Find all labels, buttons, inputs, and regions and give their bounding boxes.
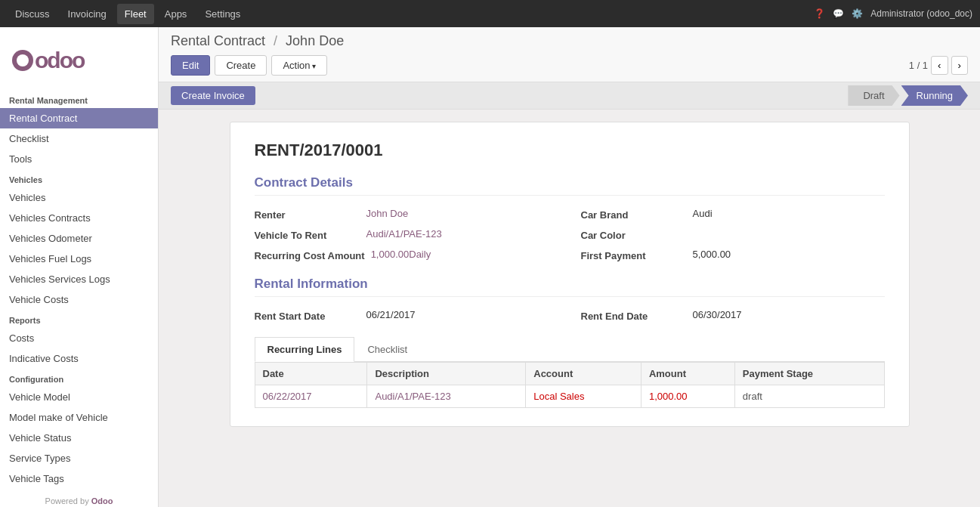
sidebar-item-vehicles-fuel[interactable]: Vehicles Fuel Logs bbox=[0, 249, 158, 269]
sidebar-item-vehicles-contracts[interactable]: Vehicles Contracts bbox=[0, 208, 158, 228]
sidebar-item-checklist[interactable]: Checklist bbox=[0, 128, 158, 149]
field-recurring-cost: Recurring Cost Amount 1,000.00Daily bbox=[255, 249, 558, 261]
row-payment-stage: draft bbox=[734, 385, 884, 408]
main-content: RENT/2017/0001 Contract Details Renter J… bbox=[159, 110, 980, 507]
sidebar-config-title: Configuration bbox=[0, 369, 158, 387]
create-button[interactable]: Create bbox=[215, 55, 267, 76]
field-rent-start-label: Rent Start Date bbox=[255, 309, 360, 322]
breadcrumb-parent[interactable]: Rental Contract bbox=[171, 33, 265, 48]
field-car-color: Car Color bbox=[581, 228, 885, 241]
sidebar-logo: odoo bbox=[0, 27, 158, 90]
contract-fields: Renter John Doe Vehicle To Rent Audi/A1/… bbox=[255, 208, 885, 261]
field-first-payment: First Payment 5,000.00 bbox=[581, 249, 885, 261]
col-date: Date bbox=[255, 363, 367, 385]
sidebar-section-vehicles: Vehicles Vehicles Vehicles Contracts Veh… bbox=[0, 169, 158, 310]
col-payment-stage: Payment Stage bbox=[734, 363, 884, 385]
main-layout: odoo Rental Management Rental Contract C… bbox=[0, 27, 980, 507]
tabs-container: Recurring Lines Checklist Date Descripti… bbox=[255, 337, 885, 408]
field-recurring-value: 1,000.00Daily bbox=[371, 249, 431, 260]
create-invoice-button[interactable]: Create Invoice bbox=[171, 86, 255, 105]
sidebar-item-vehicle-tags[interactable]: Vehicle Tags bbox=[0, 468, 158, 489]
sidebar-item-service-types[interactable]: Service Types bbox=[0, 448, 158, 468]
odoo-logo: odoo bbox=[12, 38, 95, 82]
topbar-invoicing[interactable]: Invoicing bbox=[60, 4, 114, 24]
field-rent-start: Rent Start Date 06/21/2017 bbox=[255, 309, 558, 322]
rental-fields-right: Rent End Date 06/30/2017 bbox=[581, 309, 885, 322]
chat-icon[interactable]: 💬 bbox=[833, 8, 844, 19]
field-car-brand-value: Audi bbox=[693, 208, 713, 219]
svg-text:odoo: odoo bbox=[35, 48, 85, 73]
sidebar-item-vehicles[interactable]: Vehicles bbox=[0, 187, 158, 208]
field-renter: Renter John Doe bbox=[255, 208, 558, 221]
tab-checklist[interactable]: Checklist bbox=[354, 337, 420, 362]
topbar-discuss[interactable]: Discuss bbox=[8, 4, 57, 24]
tab-recurring-lines[interactable]: Recurring Lines bbox=[255, 337, 355, 362]
topbar-apps[interactable]: Apps bbox=[157, 4, 195, 24]
field-car-brand: Car Brand Audi bbox=[581, 208, 885, 221]
breadcrumb: Rental Contract / John Doe bbox=[171, 33, 968, 49]
field-renter-label: Renter bbox=[255, 208, 360, 221]
field-vehicle-label: Vehicle To Rent bbox=[255, 228, 360, 241]
stage-running[interactable]: Running bbox=[901, 85, 968, 106]
topbar: Discuss Invoicing Fleet Apps Settings ❓ … bbox=[0, 0, 980, 27]
sidebar-item-vehicles-services[interactable]: Vehicles Services Logs bbox=[0, 269, 158, 289]
sidebar-item-tools[interactable]: Tools bbox=[0, 149, 158, 169]
row-amount: 1,000.00 bbox=[641, 385, 734, 408]
action-button[interactable]: Action bbox=[271, 55, 327, 76]
breadcrumb-sep: / bbox=[274, 33, 277, 48]
fields-right: Car Brand Audi Car Color First Payment 5… bbox=[581, 208, 885, 261]
topbar-fleet[interactable]: Fleet bbox=[117, 4, 154, 24]
sidebar-powered: Powered by Odoo bbox=[0, 489, 158, 507]
edit-button[interactable]: Edit bbox=[171, 55, 210, 76]
rental-info-title: Rental Information bbox=[255, 277, 885, 297]
sidebar-item-vehicle-model[interactable]: Vehicle Model bbox=[0, 387, 158, 407]
row-date[interactable]: 06/22/2017 bbox=[255, 385, 367, 408]
row-description[interactable]: Audi/A1/PAE-123 bbox=[367, 385, 526, 408]
field-car-color-label: Car Color bbox=[581, 228, 687, 241]
breadcrumb-current: John Doe bbox=[286, 33, 344, 48]
sidebar-item-rental-contract[interactable]: Rental Contract bbox=[0, 108, 158, 128]
pagination-prev[interactable]: ‹ bbox=[931, 56, 948, 75]
odoo-brand: Odoo bbox=[91, 496, 113, 505]
sidebar-item-vehicle-costs[interactable]: Vehicle Costs bbox=[0, 289, 158, 310]
user-menu[interactable]: Administrator (odoo_doc) bbox=[870, 8, 972, 19]
sidebar-item-vehicle-status[interactable]: Vehicle Status bbox=[0, 428, 158, 448]
rental-fields-left: Rent Start Date 06/21/2017 bbox=[255, 309, 558, 322]
field-renter-value[interactable]: John Doe bbox=[366, 208, 409, 219]
sidebar-item-vehicles-odometer[interactable]: Vehicles Odometer bbox=[0, 228, 158, 249]
topbar-settings[interactable]: Settings bbox=[197, 4, 248, 24]
gear-icon[interactable]: ⚙️ bbox=[852, 8, 863, 19]
field-rent-end-label: Rent End Date bbox=[581, 309, 687, 322]
recurring-lines-table: Date Description Account Amount Payment … bbox=[255, 362, 885, 408]
svg-point-1 bbox=[17, 54, 29, 66]
form-title: RENT/2017/0001 bbox=[255, 141, 885, 160]
row-account[interactable]: Local Sales bbox=[526, 385, 641, 408]
toolbar-buttons: Edit Create Action 1 / 1 ‹ › bbox=[171, 55, 968, 82]
field-rent-start-value: 06/21/2017 bbox=[366, 309, 416, 320]
status-bar: Create Invoice Draft Running bbox=[159, 82, 980, 110]
fields-left: Renter John Doe Vehicle To Rent Audi/A1/… bbox=[255, 208, 558, 261]
field-vehicle-value[interactable]: Audi/A1/PAE-123 bbox=[366, 228, 442, 240]
stage-draft[interactable]: Draft bbox=[848, 85, 899, 106]
sidebar-item-indicative-costs[interactable]: Indicative Costs bbox=[0, 348, 158, 369]
sidebar-reports-title: Reports bbox=[0, 310, 158, 328]
field-vehicle-to-rent: Vehicle To Rent Audi/A1/PAE-123 bbox=[255, 228, 558, 241]
help-icon[interactable]: ❓ bbox=[814, 8, 825, 19]
pagination-next[interactable]: › bbox=[951, 56, 968, 75]
col-description: Description bbox=[367, 363, 526, 385]
col-account: Account bbox=[526, 363, 641, 385]
sidebar-item-costs[interactable]: Costs bbox=[0, 328, 158, 348]
content-area: Rental Contract / John Doe Edit Create A… bbox=[159, 27, 980, 507]
toolbar-area: Rental Contract / John Doe Edit Create A… bbox=[159, 27, 980, 82]
pagination-count: 1 / 1 bbox=[909, 60, 928, 71]
sidebar-rental-title: Rental Management bbox=[0, 90, 158, 108]
field-rent-end: Rent End Date 06/30/2017 bbox=[581, 309, 885, 322]
sidebar-section-config: Configuration Vehicle Model Model make o… bbox=[0, 369, 158, 489]
table-row: 06/22/2017 Audi/A1/PAE-123 Local Sales 1… bbox=[255, 385, 884, 408]
field-car-brand-label: Car Brand bbox=[581, 208, 687, 221]
topbar-nav: Discuss Invoicing Fleet Apps Settings bbox=[8, 4, 248, 24]
status-stages: Draft Running bbox=[846, 85, 968, 106]
sidebar-item-model-make[interactable]: Model make of Vehicle bbox=[0, 407, 158, 428]
sidebar-vehicles-title: Vehicles bbox=[0, 169, 158, 187]
sidebar-section-reports: Reports Costs Indicative Costs bbox=[0, 310, 158, 369]
